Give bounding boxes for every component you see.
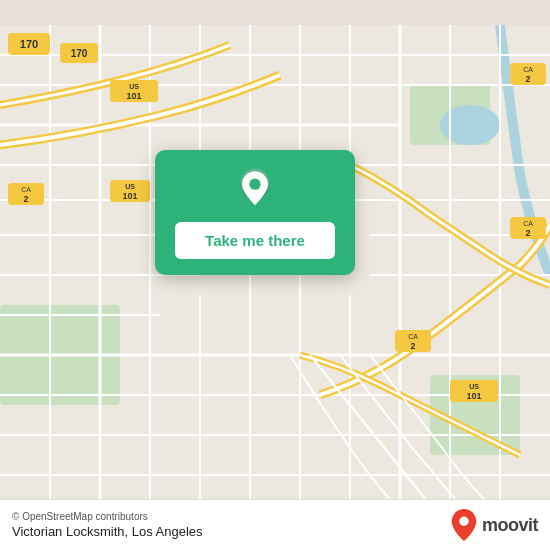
svg-text:101: 101 [466, 391, 481, 401]
osm-credit: © OpenStreetMap contributors [12, 511, 203, 522]
svg-text:CA: CA [408, 333, 418, 340]
moovit-logo: moovit [450, 508, 538, 542]
svg-text:CA: CA [21, 186, 31, 193]
svg-text:CA: CA [523, 66, 533, 73]
svg-text:US: US [125, 183, 135, 190]
svg-text:2: 2 [410, 341, 415, 351]
svg-text:170: 170 [71, 48, 88, 59]
svg-text:2: 2 [525, 74, 530, 84]
svg-text:2: 2 [23, 194, 28, 204]
map-pin-icon [234, 168, 276, 210]
svg-text:170: 170 [20, 38, 38, 50]
svg-text:101: 101 [126, 91, 141, 101]
svg-text:2: 2 [525, 228, 530, 238]
svg-text:US: US [469, 383, 479, 390]
bottom-left-info: © OpenStreetMap contributors Victorian L… [12, 511, 203, 539]
svg-text:101: 101 [122, 191, 137, 201]
svg-text:US: US [129, 83, 139, 90]
map-container: 170 US 101 CA 2 CA 2 CA 2 CA 2 US 101 17… [0, 0, 550, 550]
svg-point-60 [459, 517, 468, 526]
moovit-text: moovit [482, 515, 538, 536]
location-label: Victorian Locksmith, Los Angeles [12, 524, 203, 539]
moovit-pin-icon [450, 508, 478, 542]
map-background: 170 US 101 CA 2 CA 2 CA 2 CA 2 US 101 17… [0, 0, 550, 550]
svg-point-59 [249, 179, 260, 190]
location-card: Take me there [155, 150, 355, 275]
svg-text:CA: CA [523, 220, 533, 227]
bottom-bar: © OpenStreetMap contributors Victorian L… [0, 499, 550, 550]
take-me-there-button[interactable]: Take me there [175, 222, 335, 259]
